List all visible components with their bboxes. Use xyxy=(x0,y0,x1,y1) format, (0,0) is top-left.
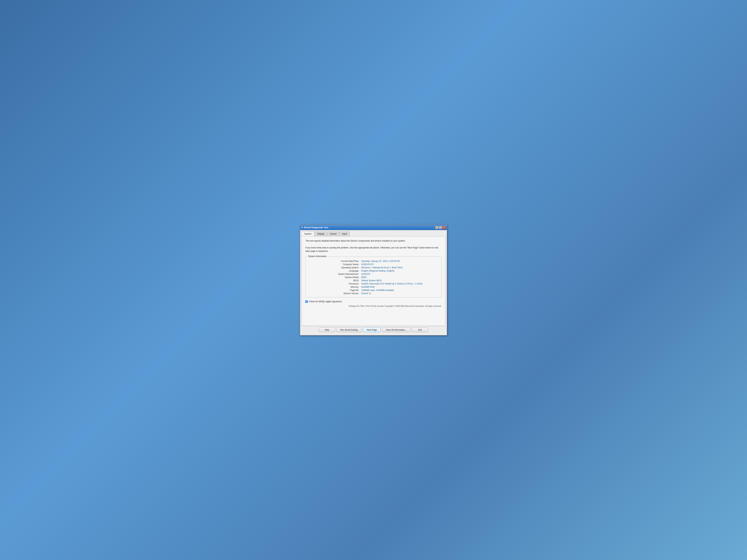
tab-display[interactable]: Display xyxy=(315,232,327,236)
copyright: DxDiag 6.01.7601.17514 32-bit Unicode Co… xyxy=(305,305,442,307)
description-line2: If you know what area is causing the pro… xyxy=(305,246,442,253)
tab-input[interactable]: Input xyxy=(339,232,350,236)
info-value: Windows 7 Ultimate 64-bit (6.1, Build 76… xyxy=(361,266,438,269)
info-label: System Manufacturer: xyxy=(309,272,361,276)
window-icon: ✕ xyxy=(301,226,303,229)
table-row: Current Date/Time:Saturday, January 07, … xyxy=(309,260,438,263)
info-value: Intel(R) Celeron(R) CPU N2840 @ 2.16GHz … xyxy=(361,282,438,285)
table-row: System Manufacturer:LENOVO xyxy=(309,272,438,276)
maximize-button[interactable]: □ xyxy=(439,226,442,229)
whql-checkbox[interactable] xyxy=(305,300,308,303)
tab-bar: System Display Sound Input xyxy=(302,232,445,236)
title-buttons: — □ ✕ xyxy=(435,226,446,229)
table-row: Memory:8192MB RAM xyxy=(309,285,438,289)
save-all-button[interactable]: Save All Information... xyxy=(382,327,411,332)
exit-button[interactable]: Exit xyxy=(412,327,428,332)
description-line1: This tool reports detailed information a… xyxy=(305,239,442,243)
table-row: DirectX Version:DirectX 11 xyxy=(309,292,438,295)
description: This tool reports detailed information a… xyxy=(305,239,442,253)
whql-checkbox-row: Check for WHQL digital signatures xyxy=(305,300,442,303)
table-row: Language:English (Regional Setting: Engl… xyxy=(309,269,438,272)
info-value: Default System BIOS xyxy=(361,279,438,282)
close-button[interactable]: ✕ xyxy=(442,226,446,229)
info-label: Language: xyxy=(309,269,361,272)
title-bar: ✕ DirectX Diagnostic Tool — □ ✕ xyxy=(300,225,447,230)
info-value: 80ES xyxy=(361,276,438,279)
system-info-label: System Information xyxy=(307,255,327,258)
window-body: System Display Sound Input This tool rep… xyxy=(300,230,447,335)
table-row: Operating System:Windows 7 Ultimate 64-b… xyxy=(309,266,438,269)
minimize-button[interactable]: — xyxy=(435,226,438,229)
table-row: BIOS:Default System BIOS xyxy=(309,279,438,282)
content-area: This tool reports detailed information a… xyxy=(302,236,445,326)
info-label: DirectX Version: xyxy=(309,292,361,295)
footer: Help Run 64-bit DxDiag Next Page Save Al… xyxy=(302,326,445,334)
help-button[interactable]: Help xyxy=(319,327,335,332)
info-label: System Model: xyxy=(309,276,361,279)
info-value: LENOVO-PC xyxy=(361,263,438,266)
table-row: Page file:1360MB used, 14786MB available xyxy=(309,289,438,292)
info-label: BIOS: xyxy=(309,279,361,282)
info-label: Operating System: xyxy=(309,266,361,269)
tab-sound[interactable]: Sound xyxy=(327,232,339,236)
info-label: Page file: xyxy=(309,289,361,292)
info-value: DirectX 11 xyxy=(361,292,438,295)
run64-button[interactable]: Run 64-bit DxDiag xyxy=(336,327,362,332)
table-row: Processor:Intel(R) Celeron(R) CPU N2840 … xyxy=(309,282,438,285)
info-value: 8192MB RAM xyxy=(361,285,438,289)
info-value: English (Regional Setting: English) xyxy=(361,269,438,272)
window-title: DirectX Diagnostic Tool xyxy=(304,226,328,229)
info-label: Computer Name: xyxy=(309,263,361,266)
info-label: Memory: xyxy=(309,285,361,289)
info-value: 1360MB used, 14786MB available xyxy=(361,289,438,292)
next-page-button[interactable]: Next Page xyxy=(363,327,381,332)
table-row: Computer Name:LENOVO-PC xyxy=(309,263,438,266)
whql-label: Check for WHQL digital signatures xyxy=(309,300,342,303)
main-window: ✕ DirectX Diagnostic Tool — □ ✕ System D… xyxy=(300,225,447,336)
system-info-group: System Information Current Date/Time:Sat… xyxy=(305,257,442,297)
title-bar-left: ✕ DirectX Diagnostic Tool xyxy=(301,226,328,229)
info-label: Processor: xyxy=(309,282,361,285)
info-value: Saturday, January 07, 2023, 4:28:58 PM xyxy=(361,260,438,263)
tab-system[interactable]: System xyxy=(302,232,314,236)
info-label: Current Date/Time: xyxy=(309,260,361,263)
table-row: System Model:80ES xyxy=(309,276,438,279)
info-value: LENOVO xyxy=(361,272,438,276)
info-table: Current Date/Time:Saturday, January 07, … xyxy=(309,260,438,295)
